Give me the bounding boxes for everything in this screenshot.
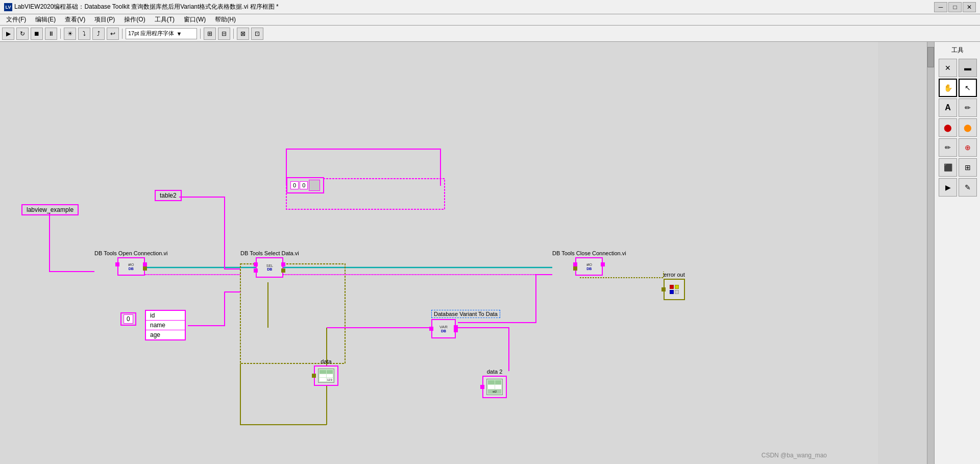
tool-arrow[interactable]: ↖	[959, 79, 977, 97]
table2-label: table2	[155, 190, 182, 201]
sep1	[60, 29, 61, 39]
data2-out-node: data 2 st2	[482, 369, 507, 398]
col-list-block[interactable]: id name age	[145, 310, 186, 340]
db-select-block: SEL DB	[256, 257, 283, 278]
titlebar-left: LV LabVIEW2020编程基础：Database Toolkit 查询数据…	[4, 3, 279, 11]
tool-pencil[interactable]: ✏	[959, 99, 977, 117]
error-out-label: error out	[664, 272, 685, 278]
db-sel-conn-r1	[281, 262, 285, 266]
tools-title: 工具	[939, 46, 976, 55]
tools-panel: 工具 ✕ ▬ ✋ ↖ A ✏ ⬤ ⬤ ✏ ⊕ ⬛ ⊞ ▶ ✎	[934, 42, 980, 464]
watermark: CSDN @ba_wang_mao	[762, 452, 827, 459]
sep2	[122, 29, 122, 39]
toolbar-dist[interactable]: ⊟	[218, 28, 230, 40]
db-sel-conn-r2	[281, 268, 285, 273]
err-conn-l	[662, 287, 666, 291]
toolbar-step-over[interactable]: ⤴	[92, 28, 105, 40]
toolbar-resize[interactable]: ⊠	[237, 28, 249, 40]
menu-view[interactable]: 查看(V)	[61, 14, 89, 25]
toolbar-align[interactable]: ⊞	[204, 28, 216, 40]
db-close-node[interactable]: DB Tools Close Connection.vi ⇌O DB	[552, 250, 626, 276]
variant-label: Database Variant To Data	[431, 310, 500, 318]
titlebar-controls[interactable]: ─ □ ✕	[934, 2, 976, 12]
tool-pencil2[interactable]: ✏	[939, 138, 957, 157]
minimize-button[interactable]: ─	[934, 2, 947, 12]
tool-dot-orange[interactable]: ⬤	[959, 118, 977, 137]
error-out-block	[664, 279, 685, 300]
tool-color[interactable]: ▬	[959, 59, 977, 77]
scrollbar-thumb[interactable]	[927, 47, 934, 67]
toolbar-run[interactable]: ▶	[2, 28, 14, 40]
col-num-val: 0	[124, 314, 133, 324]
db-open-conn-right-bot	[143, 266, 147, 271]
titlebar: LV LabVIEW2020编程基础：Database Toolkit 查询数据…	[0, 0, 980, 14]
tool-pen[interactable]: ✎	[959, 178, 977, 197]
font-selector[interactable]: 17pt 应用程序字体 ▼	[126, 28, 197, 39]
variant-block: VAR DB	[431, 319, 456, 338]
main-area: labview_example table2 0 0 DB Tools Open…	[0, 42, 980, 464]
array-box	[309, 180, 320, 191]
toolbar: ▶ ↻ ⏹ ⏸ ☀ ⤵ ⤴ ↩ 17pt 应用程序字体 ▼ ⊞ ⊟ ⊠ ⊡	[0, 26, 980, 42]
toolbar-step-into[interactable]: ⤵	[78, 28, 90, 40]
toolbar-pause[interactable]: ⏸	[45, 28, 57, 40]
tool-scissors[interactable]: ✕	[939, 59, 957, 77]
var-conn-l	[429, 327, 433, 331]
col-item-id: id	[146, 311, 185, 321]
menu-project[interactable]: 项目(P)	[90, 14, 119, 25]
menu-tools[interactable]: 工具(T)	[151, 14, 179, 25]
col-num-control[interactable]: 0	[120, 312, 136, 326]
data-conn-l	[312, 374, 316, 378]
svg-rect-2	[240, 264, 345, 363]
tool-text[interactable]: A	[939, 99, 957, 117]
data2-block: st2	[482, 376, 507, 398]
db-close-conn-l2	[573, 266, 577, 271]
menu-file[interactable]: 文件(F)	[2, 14, 30, 25]
tool-probe[interactable]: ⊕	[959, 138, 977, 157]
tools-grid: ✕ ▬ ✋ ↖ A ✏ ⬤ ⬤ ✏ ⊕ ⬛ ⊞ ▶ ✎	[939, 59, 976, 197]
menu-operate[interactable]: 操作(O)	[120, 14, 149, 25]
db-select-node[interactable]: DB Tools Select Data.vi SEL DB	[240, 250, 299, 278]
db-open-node[interactable]: DB Tools Open Connection.vi ⇌O DB	[94, 250, 168, 276]
close-button[interactable]: ✕	[963, 2, 976, 12]
canvas[interactable]: labview_example table2 0 0 DB Tools Open…	[0, 42, 878, 464]
err-cell-2	[675, 285, 679, 289]
db-open-conn-right-top	[143, 262, 147, 266]
error-out-node: error out	[664, 272, 685, 300]
toolbar-reorder[interactable]: ⊡	[251, 28, 263, 40]
col-item-name: name	[146, 321, 185, 330]
db-close-block: ⇌O DB	[575, 257, 603, 276]
menubar: 文件(F) 编辑(E) 查看(V) 项目(P) 操作(O) 工具(T) 窗口(W…	[0, 14, 980, 26]
tool-triangle[interactable]: ▶	[939, 178, 957, 197]
db-sel-conn-l1	[254, 262, 258, 266]
db-close-conn-r1	[601, 262, 605, 266]
variant-to-data-node: Database Variant To Data VAR DB	[431, 310, 500, 338]
sep4	[233, 29, 234, 39]
toolbar-abort[interactable]: ⏹	[31, 28, 43, 40]
tool-dot-red[interactable]: ⬤	[939, 118, 957, 137]
db-select-label: DB Tools Select Data.vi	[240, 250, 299, 256]
array-val-1: 0	[300, 181, 308, 189]
err-cell-1	[670, 285, 674, 289]
menu-window[interactable]: 窗口(W)	[180, 14, 210, 25]
db-open-block: ⇌O DB	[117, 257, 145, 276]
tool-copy[interactable]: ⊞	[959, 158, 977, 177]
menu-edit[interactable]: 编辑(E)	[31, 14, 60, 25]
data-block: 123	[314, 365, 338, 386]
sep3	[200, 29, 201, 39]
scrollbar-vertical[interactable]	[927, 42, 934, 464]
col-item-age: age	[146, 330, 185, 339]
db-open-label: DB Tools Open Connection.vi	[94, 250, 168, 256]
tool-hand[interactable]: ✋	[939, 79, 957, 97]
maximize-button[interactable]: □	[948, 2, 962, 12]
db-open-conn-left-top	[115, 262, 119, 266]
data2-conn-l	[480, 385, 484, 389]
toolbar-highlight[interactable]: ☀	[64, 28, 76, 40]
err-cell-4	[675, 290, 679, 294]
menu-help[interactable]: 帮助(H)	[211, 14, 240, 25]
data2-label: data 2	[482, 369, 507, 375]
var-conn-r2	[454, 328, 458, 332]
toolbar-step-out[interactable]: ↩	[107, 28, 119, 40]
array-control-top[interactable]: 0 0	[286, 177, 324, 193]
tool-rect[interactable]: ⬛	[939, 158, 957, 177]
toolbar-run-cont[interactable]: ↻	[16, 28, 29, 40]
